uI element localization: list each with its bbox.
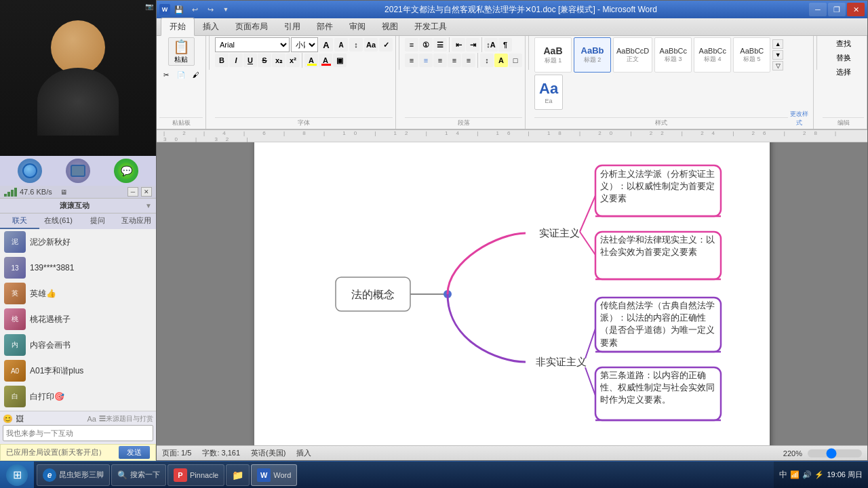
chat-close-btn[interactable]: ✕	[141, 187, 152, 197]
taskbar-word[interactable]: W Word	[251, 464, 297, 486]
aa-button[interactable]: Aa Ea	[534, 75, 563, 110]
justify-btn[interactable]: ≡	[448, 54, 461, 67]
chat-tab-questions[interactable]: 提问	[78, 214, 117, 229]
font-more-btn[interactable]: ✓	[379, 38, 393, 52]
italic-button[interactable]: I	[229, 54, 243, 67]
find-btn[interactable]: 查找	[833, 37, 854, 50]
subscript-button[interactable]: x₂	[272, 54, 285, 67]
ribbon-tab-components[interactable]: 部件	[309, 18, 341, 35]
styles-scroll-down[interactable]: ▼	[772, 50, 783, 60]
ribbon-tab-review[interactable]: 审阅	[341, 18, 374, 35]
align-left-btn[interactable]: ≡	[405, 54, 418, 67]
style-heading2[interactable]: AaBb 标题 2	[574, 37, 611, 73]
chat-tab-messages[interactable]: 联天	[0, 214, 39, 229]
chat-tab-interactive[interactable]: 互动应用	[117, 214, 157, 229]
style-body[interactable]: AaBbCcD 正文	[613, 37, 652, 73]
chat-icon-qq[interactable]	[18, 159, 42, 183]
chat-avatar-6: A0	[4, 360, 26, 382]
emoji-icon[interactable]: 😊	[3, 414, 13, 424]
paste-button[interactable]: 📋 粘贴	[168, 37, 195, 66]
bold-button[interactable]: B	[215, 54, 229, 67]
font-format-row: B I U S x₂ x² A A ▣	[215, 53, 393, 68]
replace-btn[interactable]: 替换	[833, 52, 854, 64]
chat-user-item[interactable]: 英 英雄👍	[0, 281, 156, 306]
image-icon[interactable]: 🖼	[16, 414, 24, 424]
bullets-btn[interactable]: ≡	[405, 38, 418, 52]
chat-tab-online[interactable]: 在线(61)	[39, 214, 79, 229]
select-btn[interactable]: 选择	[833, 66, 854, 79]
font-size-select[interactable]: 小四	[291, 37, 318, 52]
align-right-btn[interactable]: ≡	[433, 54, 447, 67]
copy-button[interactable]: 📄	[174, 68, 188, 81]
cut-button[interactable]: ✂	[159, 68, 173, 81]
styles-scroll-up[interactable]: ▲	[772, 39, 783, 49]
document-area[interactable]: 法的概念 实证主义 非实证主义	[157, 142, 867, 445]
chat-user-item[interactable]: 13 139****3881	[0, 255, 156, 281]
numbering-btn[interactable]: ①	[419, 38, 433, 52]
style-body-preview: AaBbCcD	[616, 47, 649, 55]
indent-btn[interactable]: ⇥	[466, 38, 479, 52]
chat-input-field[interactable]	[3, 425, 153, 441]
chat-dropdown-icon[interactable]: ▼	[145, 202, 152, 209]
undo-btn[interactable]: ↩	[188, 3, 201, 16]
char-border-btn[interactable]: ▣	[333, 54, 347, 67]
ribbon-tab-layout[interactable]: 页面布局	[227, 18, 276, 35]
taskbar-folder[interactable]: 📁	[226, 464, 250, 486]
chat-user-item[interactable]: 内 内容会画书	[0, 332, 156, 358]
zoom-slider[interactable]	[808, 449, 862, 458]
close-button[interactable]: ✕	[847, 3, 865, 16]
ribbon-tab-view[interactable]: 视图	[374, 18, 406, 35]
outdent-btn[interactable]: ⇤	[452, 38, 465, 52]
minimize-button[interactable]: ─	[809, 3, 827, 16]
font-grow-btn[interactable]: A	[319, 38, 333, 52]
ribbon-tab-insert[interactable]: 插入	[195, 18, 227, 35]
font-case-btn[interactable]: Aa	[364, 38, 378, 52]
ribbon-tab-home[interactable]: 开始	[161, 18, 195, 36]
taskbar-pinnacle[interactable]: P Pinnacle	[167, 464, 224, 486]
style-heading5[interactable]: AaBbC 标题 5	[733, 37, 770, 73]
change-styles-btn[interactable]: 更改样式	[788, 110, 810, 127]
ribbon-tab-references[interactable]: 引用	[276, 18, 309, 35]
shading-btn[interactable]: A	[494, 54, 508, 67]
style-normal[interactable]: AaB 标题 1	[534, 37, 572, 73]
restore-button[interactable]: ❐	[828, 3, 846, 16]
styles-more[interactable]: ▽	[772, 61, 783, 70]
taskbar-browser[interactable]: e 昆虫矩形三脚	[37, 464, 110, 486]
taskbar-search[interactable]: 🔍 搜索一下	[111, 464, 166, 486]
sort-btn[interactable]: ↕A	[484, 38, 498, 52]
chat-icon-wechat[interactable]: 💬	[114, 159, 138, 183]
show-marks-btn[interactable]: ¶	[498, 38, 512, 52]
ribbon-tab-developer[interactable]: 开发工具	[406, 18, 455, 35]
underline-button[interactable]: U	[243, 54, 257, 67]
style-heading4[interactable]: AaBbCc 标题 4	[694, 37, 731, 73]
font-sep	[302, 53, 302, 68]
distributed-btn[interactable]: ≡	[462, 54, 475, 67]
style-heading3[interactable]: AaBbCc 标题 3	[654, 37, 692, 73]
chat-user-item[interactable]: 泥 泥沙新秋好	[0, 229, 156, 255]
superscript-button[interactable]: x²	[286, 54, 300, 67]
chat-minimize-btn[interactable]: ─	[127, 187, 138, 197]
font-color-button[interactable]: A	[319, 54, 332, 67]
highlight-button[interactable]: A	[304, 54, 318, 67]
line-spacing-btn[interactable]: ↕	[480, 54, 494, 67]
paste-label: 粘贴	[174, 55, 188, 64]
align-center-btn[interactable]: ≡	[419, 54, 433, 67]
strikethrough-button[interactable]: S	[258, 54, 271, 67]
chat-icon-desktop[interactable]	[66, 159, 90, 183]
send-button[interactable]: 发送	[119, 446, 150, 459]
font-shrink-btn[interactable]: A	[334, 38, 348, 52]
start-button[interactable]: ⊞	[0, 462, 34, 489]
multilevel-btn[interactable]: ☰	[433, 38, 447, 52]
customize-qat-btn[interactable]: ▼	[219, 3, 233, 16]
chat-user-item[interactable]: A0 A01李和谐plus	[0, 358, 156, 384]
border-btn[interactable]: □	[509, 54, 522, 67]
save-quick-btn[interactable]: 💾	[172, 3, 186, 16]
font-group: Arial 小四 A A ↕ Aa ✓ B I U S	[212, 36, 396, 129]
redo-btn[interactable]: ↪	[203, 3, 217, 16]
chat-user-item[interactable]: 桃 桃花遇桃子	[0, 306, 156, 332]
chat-user-item[interactable]: 白 白打印🎯	[0, 384, 156, 409]
font-color-bar	[321, 64, 331, 66]
font-clear-btn[interactable]: ↕	[349, 38, 363, 52]
font-name-select[interactable]: Arial	[215, 37, 290, 52]
format-paint-button[interactable]: 🖌	[189, 68, 203, 81]
